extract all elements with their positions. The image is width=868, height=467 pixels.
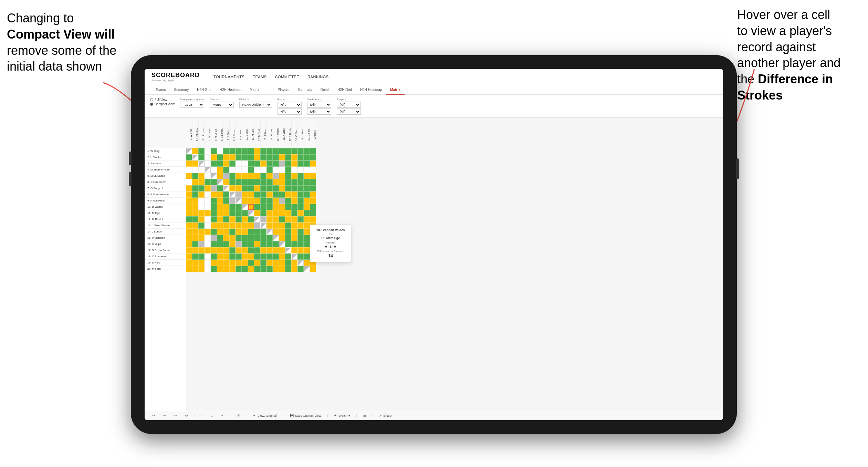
cell-11-19[interactable]	[297, 210, 304, 216]
cell-10-14[interactable]	[266, 204, 273, 210]
cell-19-7[interactable]	[223, 260, 229, 266]
cell-11-21[interactable]	[310, 210, 316, 216]
cell-5-15[interactable]	[273, 173, 279, 179]
cell-1-17[interactable]	[285, 148, 291, 154]
cell-17-16[interactable]	[279, 247, 285, 253]
cell-4-5[interactable]	[211, 167, 217, 173]
tab-h2h-heatmap-sub[interactable]: H2H Heatmap	[356, 85, 386, 95]
cell-2-3[interactable]	[198, 154, 205, 160]
cell-12-8[interactable]	[229, 216, 236, 222]
cell-16-12[interactable]	[254, 241, 260, 247]
cell-10-7[interactable]	[223, 204, 229, 210]
cell-5-16[interactable]	[279, 173, 285, 179]
cell-8-4[interactable]	[205, 191, 211, 198]
cell-5-6[interactable]	[217, 173, 223, 179]
cell-10-13[interactable]	[260, 204, 266, 210]
cell-1-16[interactable]	[279, 148, 285, 154]
cell-4-4[interactable]	[205, 167, 211, 173]
cell-7-8[interactable]	[229, 185, 236, 191]
cell-18-16[interactable]	[279, 253, 285, 260]
tab-teams[interactable]: Teams	[151, 85, 170, 95]
cell-8-12[interactable]	[254, 191, 260, 198]
cell-16-5[interactable]	[211, 241, 217, 247]
cell-1-9[interactable]	[236, 148, 242, 154]
cell-10-21[interactable]	[310, 204, 316, 210]
cell-7-1[interactable]	[186, 185, 192, 191]
cell-11-4[interactable]	[205, 210, 211, 216]
cell-18-7[interactable]	[223, 253, 229, 260]
cell-10-20[interactable]	[304, 204, 310, 210]
cell-10-15[interactable]	[273, 204, 279, 210]
cell-15-4[interactable]	[205, 235, 211, 241]
cell-2-8[interactable]	[229, 154, 236, 160]
cell-15-18[interactable]	[291, 235, 297, 241]
cell-8-10[interactable]	[242, 191, 248, 198]
cell-13-15[interactable]	[273, 222, 279, 229]
cell-8-20[interactable]	[304, 191, 310, 198]
cell-18-17[interactable]	[285, 253, 291, 260]
cell-10-4[interactable]	[205, 204, 211, 210]
cell-4-18[interactable]	[291, 167, 297, 173]
zoom-reset-button[interactable]: □	[209, 413, 215, 418]
cell-5-12[interactable]	[254, 173, 260, 179]
cell-4-3[interactable]	[198, 167, 205, 173]
cell-3-4[interactable]	[205, 160, 211, 167]
cell-5-5[interactable]	[211, 173, 217, 179]
cell-7-3[interactable]	[198, 185, 205, 191]
cell-19-20[interactable]	[304, 260, 310, 266]
cell-11-13[interactable]	[260, 210, 266, 216]
cell-13-2[interactable]	[192, 222, 198, 229]
cell-8-14[interactable]	[266, 191, 273, 198]
cell-17-11[interactable]	[248, 247, 254, 253]
cell-7-17[interactable]	[285, 185, 291, 191]
cell-18-2[interactable]	[192, 253, 198, 260]
cell-6-11[interactable]	[248, 179, 254, 185]
cell-20-21[interactable]	[310, 266, 316, 272]
tab-h2h-grid-main[interactable]: H2H Grid	[193, 85, 216, 95]
cell-17-6[interactable]	[217, 247, 223, 253]
cell-2-14[interactable]	[266, 154, 273, 160]
cell-3-6[interactable]	[217, 160, 223, 167]
cell-12-21[interactable]	[310, 216, 316, 222]
cell-2-9[interactable]	[236, 154, 242, 160]
cell-10-10[interactable]	[242, 204, 248, 210]
cell-13-16[interactable]	[279, 222, 285, 229]
cell-7-6[interactable]	[217, 185, 223, 191]
tab-h2h-heatmap-main[interactable]: H2H Heatmap	[216, 85, 245, 95]
cell-7-10[interactable]	[242, 185, 248, 191]
cell-15-16[interactable]	[279, 235, 285, 241]
cell-17-13[interactable]	[260, 247, 266, 253]
cell-20-2[interactable]	[192, 266, 198, 272]
cell-3-7[interactable]	[223, 160, 229, 167]
cell-15-11[interactable]	[248, 235, 254, 241]
cell-3-10[interactable]	[242, 160, 248, 167]
cell-14-16[interactable]	[279, 229, 285, 235]
cell-10-17[interactable]	[285, 204, 291, 210]
cell-5-10[interactable]	[242, 173, 248, 179]
cell-18-15[interactable]	[273, 253, 279, 260]
cell-15-6[interactable]	[217, 235, 223, 241]
cell-19-4[interactable]	[205, 260, 211, 266]
cell-4-9[interactable]	[236, 167, 242, 173]
cell-12-11[interactable]	[248, 216, 254, 222]
cell-8-11[interactable]	[248, 191, 254, 198]
cell-14-12[interactable]	[254, 229, 260, 235]
compact-view-option[interactable]: Compact View	[150, 102, 175, 106]
cell-10-11[interactable]	[248, 204, 254, 210]
cell-5-17[interactable]	[285, 173, 291, 179]
cell-2-20[interactable]	[304, 154, 310, 160]
cell-6-13[interactable]	[260, 179, 266, 185]
cell-12-7[interactable]	[223, 216, 229, 222]
cell-9-2[interactable]	[192, 198, 198, 204]
cell-5-13[interactable]	[260, 173, 266, 179]
cell-11-16[interactable]	[279, 210, 285, 216]
cell-3-3[interactable]	[198, 160, 205, 167]
cell-16-18[interactable]	[291, 241, 297, 247]
cell-20-10[interactable]	[242, 266, 248, 272]
region-select-1[interactable]: N/A	[278, 102, 302, 108]
cell-16-16[interactable]	[279, 241, 285, 247]
cell-7-11[interactable]	[248, 185, 254, 191]
cell-10-6[interactable]	[217, 204, 223, 210]
cell-4-1[interactable]	[186, 167, 192, 173]
cell-13-14[interactable]	[266, 222, 273, 229]
